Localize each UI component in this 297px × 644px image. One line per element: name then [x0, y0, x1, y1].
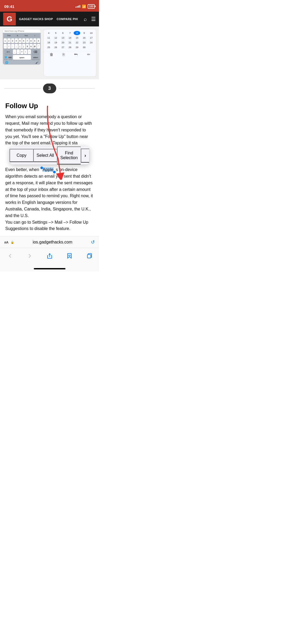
bookmark-button[interactable] [64, 251, 75, 261]
calendar-actions: 🗑 ⎘ ⮪ ✏ [44, 51, 96, 58]
article-paragraph-1: When you email somebody a question or re… [5, 114, 94, 146]
step-divider: 3 [0, 79, 99, 98]
home-bar [34, 268, 65, 269]
reload-button[interactable]: ↺ [91, 239, 95, 245]
keyboard-image: The It You ‹ 1 2 3 4 5 6 7 8 9 0 - / [3, 33, 41, 65]
status-bar: 09:41 📶 100 [0, 0, 99, 12]
context-menu[interactable]: Copy Select All Find Selection › [10, 146, 89, 164]
share-cal-icon[interactable]: ⮪ [74, 52, 78, 57]
lock-icon: 🔒 [11, 241, 14, 244]
nav-link-compare[interactable]: COMPARE PHO [57, 17, 78, 21]
calendar-grid: 4 5 6 7 8 9 10 11 12 13 14 15 16 17 18 1… [45, 31, 95, 49]
tabs-button[interactable] [84, 251, 95, 261]
font-size-button[interactable]: AA [4, 240, 8, 244]
trash-icon[interactable]: 🗑 [50, 52, 53, 57]
forward-icon [27, 253, 32, 259]
step-line-left [4, 88, 41, 89]
sent-caption: Sent from my iPhone [3, 29, 41, 33]
signal-bars-icon [76, 5, 80, 8]
search-icon[interactable]: ⌕ [84, 16, 87, 22]
back-icon [7, 253, 13, 259]
screenshot-calendar: 4 5 6 7 8 9 10 11 12 13 14 15 16 17 18 1… [44, 29, 96, 77]
screenshots-area: Sent from my iPhone The It You ‹ 1 2 3 4… [0, 26, 99, 79]
selection-handle-top [40, 167, 43, 169]
share-button[interactable] [44, 251, 55, 261]
calendar-view: 4 5 6 7 8 9 10 11 12 13 14 15 16 17 18 1… [44, 29, 96, 51]
menu-icon[interactable]: ☰ [91, 16, 96, 22]
copy-button[interactable]: Copy [10, 149, 33, 162]
copy-cal-icon[interactable]: ⎘ [63, 52, 65, 57]
address-text[interactable]: ios.gadgethacks.com [16, 240, 89, 245]
forward-button[interactable] [25, 251, 35, 261]
more-options-button[interactable]: › [81, 149, 89, 163]
nav-bar: G GADGET HACKS SHOP COMPARE PHO ⌕ ☰ [0, 12, 99, 26]
status-time: 09:41 [4, 4, 14, 9]
share-icon [47, 253, 53, 259]
article-paragraph-selected: Even better, when Apples on-device algor… [5, 167, 94, 219]
edit-cal-icon[interactable]: ✏ [87, 52, 90, 57]
browser-toolbar [0, 248, 99, 266]
home-indicator [0, 266, 99, 272]
site-logo[interactable]: G [3, 13, 16, 25]
tabs-icon [86, 253, 92, 259]
svg-rect-2 [87, 255, 91, 258]
nav-icons: ⌕ ☰ [84, 16, 96, 22]
selection-handle-bottom [53, 171, 56, 173]
address-bar[interactable]: AA 🔒 ios.gadgethacks.com ↺ [0, 236, 99, 248]
article-title: Follow Up [5, 102, 94, 110]
status-icons: 📶 100 [76, 4, 95, 9]
battery-icon: 100 [88, 4, 95, 9]
selected-text: Apple [43, 167, 54, 172]
nav-links: GADGET HACKS SHOP COMPARE PHO [19, 17, 81, 21]
step-badge: 3 [43, 84, 56, 93]
screenshot-keyboard: Sent from my iPhone The It You ‹ 1 2 3 4… [3, 29, 41, 65]
back-button[interactable] [5, 251, 15, 261]
article-paragraph-3: You can go to Settings –> Mail –> Follow… [5, 219, 94, 232]
find-selection-button[interactable]: Find Selection [57, 146, 81, 164]
nav-link-shop[interactable]: GADGET HACKS SHOP [19, 17, 53, 21]
select-all-button[interactable]: Select All [33, 149, 57, 162]
article-content: Follow Up When you email somebody a ques… [0, 98, 99, 236]
wifi-icon: 📶 [82, 4, 86, 8]
step-line-right [58, 88, 95, 89]
bookmark-icon [67, 253, 72, 259]
